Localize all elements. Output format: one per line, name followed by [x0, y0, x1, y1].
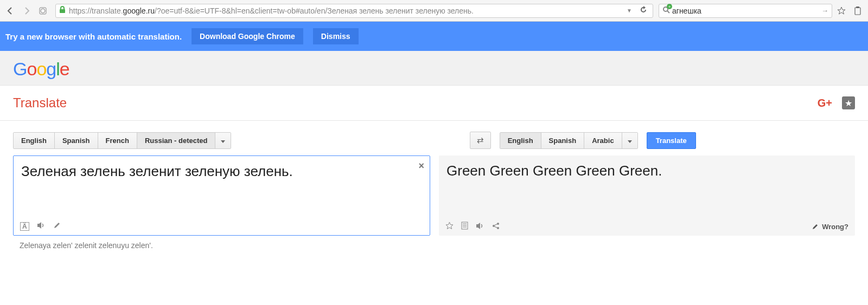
svg-rect-2 [60, 9, 65, 13]
app-launcher-button[interactable]: ★ [842, 96, 855, 109]
target-pane: Green Green Green Green Green. Wrong? [439, 155, 855, 236]
translate-panes: × Зеленая зелень зеленит зеленую зелень.… [13, 155, 855, 236]
svg-line-4 [667, 11, 669, 13]
star-icon [837, 7, 846, 15]
search-go-button[interactable]: → [821, 7, 828, 15]
svg-point-13 [497, 227, 499, 229]
star-outline-icon [445, 222, 454, 230]
subheader: Translate G+ ★ [0, 86, 868, 121]
google-plus-button[interactable]: G+ [818, 97, 832, 109]
browser-search-input[interactable] [672, 7, 819, 15]
source-lang-tab-active[interactable]: Russian - detected [137, 133, 216, 148]
source-lang-tab[interactable]: French [98, 133, 137, 148]
dismiss-button[interactable]: Dismiss [313, 28, 359, 44]
download-chrome-button[interactable]: Download Google Chrome [192, 28, 303, 44]
page-title: Translate [13, 95, 67, 111]
arrow-right-icon [22, 7, 31, 15]
translation-output: Green Green Green Green Green. [439, 155, 855, 217]
source-lang-dropdown[interactable] [215, 133, 231, 148]
pencil-icon [812, 223, 819, 230]
swap-icon: ⇄ [477, 135, 484, 145]
edit-source-button[interactable] [53, 222, 61, 231]
pencil-icon [53, 222, 61, 229]
svg-point-1 [41, 9, 45, 13]
search-add-badge: + [667, 4, 672, 9]
browser-toolbar: https://translate.google.ru/?oe=utf-8&ie… [0, 0, 868, 22]
page-icon[interactable] [36, 4, 50, 18]
copy-translation-button[interactable] [461, 222, 468, 231]
forward-button[interactable] [20, 4, 34, 18]
source-text-input[interactable]: Зеленая зелень зеленит зеленую зелень. [14, 156, 430, 217]
clear-source-button[interactable]: × [418, 160, 424, 172]
source-pane: × Зеленая зелень зеленит зеленую зелень.… [13, 155, 430, 236]
promo-message: Try a new browser with automatic transla… [5, 32, 182, 41]
chevron-down-icon [628, 140, 632, 143]
svg-line-14 [495, 224, 497, 225]
listen-source-button[interactable] [37, 222, 46, 231]
share-translation-button[interactable] [492, 222, 500, 231]
bookmark-star-button[interactable] [834, 4, 848, 18]
svg-rect-6 [856, 7, 859, 8]
clipboard-button[interactable] [851, 4, 865, 18]
url-text: https://translate.google.ru/?oe=utf-8&ie… [69, 7, 621, 15]
clipboard-icon [854, 7, 861, 15]
url-dropdown[interactable]: ▼ [624, 8, 634, 14]
svg-line-15 [495, 226, 497, 228]
target-toolbar: Wrong? [439, 217, 855, 236]
star-filled-icon: ★ [845, 98, 852, 108]
arrow-left-icon [6, 7, 15, 15]
reload-button[interactable] [637, 6, 649, 15]
target-lang-tab[interactable]: Arabic [584, 133, 622, 148]
swap-languages-button[interactable]: ⇄ [470, 132, 491, 149]
source-toolbar: Ä [14, 217, 430, 235]
source-lang-tab[interactable]: English [14, 133, 55, 148]
keyboard-icon: Ä [22, 223, 27, 230]
language-row: English Spanish French Russian - detecte… [13, 132, 855, 149]
svg-rect-5 [855, 8, 860, 15]
svg-point-12 [497, 223, 499, 225]
page-globe-icon [39, 7, 47, 15]
google-logo[interactable]: Google [13, 59, 855, 80]
search-icon: + [662, 6, 670, 15]
speaker-icon [476, 222, 484, 230]
source-lang-tab[interactable]: Spanish [55, 133, 98, 148]
source-lang-tabs: English Spanish French Russian - detecte… [13, 132, 231, 149]
promo-banner: Try a new browser with automatic transla… [0, 22, 868, 51]
translate-main: English Spanish French Russian - detecte… [0, 121, 868, 261]
save-translation-button[interactable] [445, 222, 454, 231]
target-lang-dropdown[interactable] [622, 133, 637, 148]
translate-button[interactable]: Translate [647, 132, 696, 149]
reload-icon [640, 6, 647, 14]
target-lang-tabs: English Spanish Arabic [500, 132, 638, 149]
document-icon [461, 222, 468, 230]
lock-icon [59, 6, 66, 15]
share-icon [492, 222, 500, 230]
speaker-icon [37, 222, 46, 229]
chevron-down-icon [221, 140, 225, 143]
input-method-button[interactable]: Ä [20, 222, 29, 231]
suggest-edit-button[interactable]: Wrong? [812, 223, 848, 231]
target-lang-tab[interactable]: Spanish [541, 133, 585, 148]
listen-translation-button[interactable] [476, 222, 484, 231]
browser-search-box[interactable]: + → [659, 4, 832, 18]
back-button[interactable] [3, 4, 17, 18]
target-lang-tab-active[interactable]: English [500, 133, 541, 148]
address-bar[interactable]: https://translate.google.ru/?oe=utf-8&ie… [55, 4, 653, 18]
source-transliteration: Zelenaya zelen' zelenit zelenuyu zelen'. [13, 236, 855, 250]
google-header: Google [0, 51, 868, 86]
